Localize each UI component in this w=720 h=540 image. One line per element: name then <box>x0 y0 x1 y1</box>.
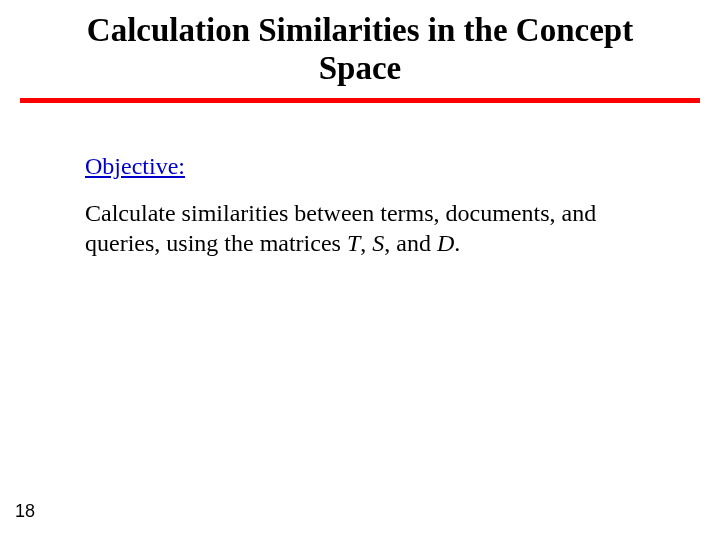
objective-label: Objective: <box>85 153 640 180</box>
matrix-d: D <box>437 230 454 256</box>
sep1: , <box>360 230 372 256</box>
body-suffix: . <box>454 230 460 256</box>
matrix-s: S <box>372 230 384 256</box>
matrix-t: T <box>347 230 360 256</box>
content-area: Objective: Calculate similarities betwee… <box>0 103 720 258</box>
body-text: Calculate similarities between terms, do… <box>85 198 640 258</box>
sep2: , and <box>384 230 437 256</box>
slide: Calculation Similarities in the Concept … <box>0 0 720 540</box>
page-number: 18 <box>15 501 35 522</box>
slide-title: Calculation Similarities in the Concept … <box>0 0 720 98</box>
body-prefix: Calculate similarities between terms, do… <box>85 200 596 256</box>
